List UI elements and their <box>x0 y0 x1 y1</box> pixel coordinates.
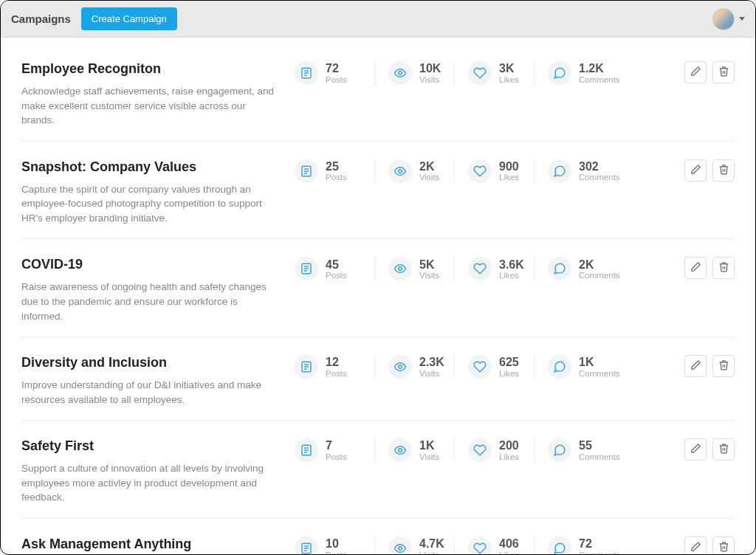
comment-icon <box>548 438 571 462</box>
eye-icon <box>388 438 412 462</box>
metric-value: 10 <box>326 537 368 551</box>
edit-button[interactable] <box>684 537 707 555</box>
row-actions <box>673 438 735 461</box>
campaign-info: Diversity and InclusionImprove understan… <box>21 355 295 407</box>
svg-point-9 <box>399 169 402 173</box>
metric-label: Posts <box>326 271 368 280</box>
metric-likes: 3KLikes <box>454 61 528 85</box>
campaign-metrics: 72Posts10KVisits3KLikes1.2KComments <box>295 61 673 85</box>
heart-icon <box>468 537 492 555</box>
metric-value: 12 <box>326 356 368 369</box>
campaign-title[interactable]: Snapshot: Company Values <box>21 159 277 175</box>
campaign-row: Diversity and InclusionImprove understan… <box>1 337 755 420</box>
delete-button[interactable] <box>712 537 735 555</box>
create-campaign-button[interactable]: Create Campaign <box>81 7 177 30</box>
campaign-row: Employee RecognitonAcknowledge staff ach… <box>1 44 755 141</box>
metric-visits: 5KVisits <box>374 257 448 280</box>
metric-likes: 625Likes <box>454 355 528 379</box>
posts-icon <box>295 355 318 379</box>
metric-value: 1K <box>579 356 622 369</box>
metric-label: Posts <box>326 173 368 182</box>
posts-icon <box>295 61 318 85</box>
delete-button[interactable] <box>712 159 735 182</box>
campaign-row: Snapshot: Company ValuesCapture the spir… <box>1 142 755 239</box>
metric-value: 302 <box>579 160 622 173</box>
posts-icon <box>295 438 318 462</box>
delete-button[interactable] <box>712 257 735 279</box>
campaign-title[interactable]: Employee Recogniton <box>21 61 277 77</box>
campaign-metrics: 25Posts2KVisits900Likes302Comments <box>295 159 673 183</box>
metric-visits: 2.3KVisits <box>374 355 448 379</box>
campaign-metrics: 10Posts4.7KVisits406Likes72Comments <box>295 537 673 555</box>
metric-visits: 2KVisits <box>374 159 448 183</box>
trash-icon <box>718 359 729 373</box>
campaign-title[interactable]: Safety First <box>21 438 277 454</box>
metric-posts: 12Posts <box>295 355 368 379</box>
pencil-icon <box>690 164 701 177</box>
metric-label: Comments <box>579 173 622 182</box>
metric-value: 72 <box>326 62 368 75</box>
metric-posts: 45Posts <box>295 257 368 280</box>
metric-posts: 10Posts <box>295 537 368 555</box>
metric-likes: 3.6KLikes <box>454 257 528 280</box>
user-menu[interactable] <box>712 8 745 30</box>
delete-button[interactable] <box>712 438 735 461</box>
metric-likes: 406Likes <box>454 537 528 555</box>
metric-label: Comments <box>579 452 622 461</box>
metric-comments: 72Comments <box>534 537 622 555</box>
heart-icon <box>468 438 492 462</box>
campaign-title[interactable]: Ask Management Anything <box>21 537 277 552</box>
trash-icon <box>718 541 729 554</box>
metric-label: Posts <box>326 551 368 555</box>
metric-comments: 55Comments <box>534 438 622 462</box>
metric-value: 45 <box>326 258 368 272</box>
campaign-metrics: 12Posts2.3KVisits625Likes1KComments <box>295 355 673 379</box>
campaign-list: Employee RecognitonAcknowledge staff ach… <box>1 38 755 555</box>
posts-icon <box>295 537 318 555</box>
campaign-info: Safety FirstSupport a culture of innovat… <box>21 438 295 505</box>
edit-button[interactable] <box>684 257 707 279</box>
metric-visits: 10KVisits <box>374 61 448 85</box>
row-actions <box>673 257 735 279</box>
svg-point-4 <box>399 72 402 75</box>
comment-icon <box>548 61 571 85</box>
chevron-down-icon <box>739 17 745 21</box>
campaign-info: Employee RecognitonAcknowledge staff ach… <box>21 61 295 128</box>
eye-icon <box>388 61 412 85</box>
metric-label: Comments <box>579 271 622 280</box>
comment-icon <box>548 257 571 280</box>
campaign-description: Capture the spirit of our company values… <box>21 182 277 226</box>
metric-label: Posts <box>326 452 368 461</box>
campaign-title[interactable]: Diversity and Inclusion <box>21 355 277 370</box>
edit-button[interactable] <box>684 438 707 461</box>
edit-button[interactable] <box>684 61 707 83</box>
campaign-row: Safety FirstSupport a culture of innovat… <box>1 421 755 518</box>
metric-value: 2K <box>579 258 622 272</box>
delete-button[interactable] <box>712 61 735 83</box>
campaign-title[interactable]: COVID-19 <box>21 257 277 272</box>
svg-point-24 <box>399 449 402 452</box>
pencil-icon <box>690 443 701 456</box>
heart-icon <box>468 355 492 379</box>
metric-comments: 1.2KComments <box>534 61 622 85</box>
edit-button[interactable] <box>684 355 707 377</box>
campaign-description: Improve understanding of our D&I initiat… <box>21 378 277 407</box>
metric-visits: 1KVisits <box>374 438 448 462</box>
pencil-icon <box>690 359 701 373</box>
metric-label: Posts <box>326 75 368 84</box>
campaign-row: Ask Management AnythingImprove transpare… <box>1 519 755 555</box>
pencil-icon <box>690 66 701 79</box>
trash-icon <box>718 261 729 275</box>
comment-icon <box>548 355 571 379</box>
metric-posts: 7Posts <box>295 438 368 462</box>
avatar <box>712 8 735 30</box>
metric-value: 72 <box>579 537 622 551</box>
heart-icon <box>468 61 492 85</box>
svg-point-14 <box>399 267 402 271</box>
edit-button[interactable] <box>684 159 707 182</box>
comment-icon <box>548 537 571 555</box>
campaign-description: Raise awareness of ongoing health and sa… <box>21 280 277 323</box>
eye-icon <box>388 159 412 183</box>
delete-button[interactable] <box>712 355 735 377</box>
trash-icon <box>718 164 729 177</box>
